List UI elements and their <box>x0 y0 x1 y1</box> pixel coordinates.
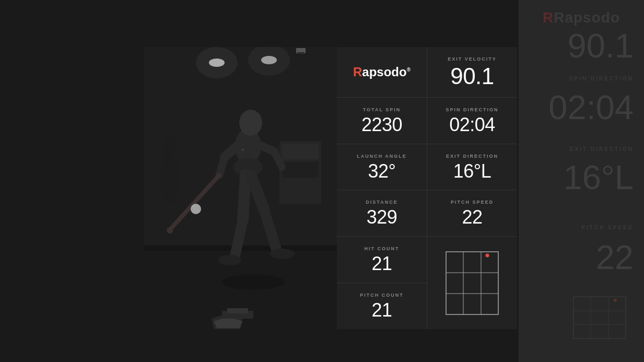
pitch-count-cell: PITCH COUNT 21 <box>337 283 427 329</box>
distance-label: DISTANCE <box>366 200 397 205</box>
exit-velocity-label: EXIT VELOCITY <box>448 56 497 62</box>
distance-value: 329 <box>367 208 397 227</box>
svg-rect-13 <box>282 144 319 159</box>
bg-logo: RRapsodo <box>519 9 644 26</box>
bg-pitch-speed-value: 22 <box>596 238 634 277</box>
bg-exit-velocity-value: 90.1 <box>567 26 634 65</box>
svg-line-23 <box>219 157 225 175</box>
svg-point-36 <box>191 204 201 214</box>
court-diagram <box>443 249 501 317</box>
exit-velocity-value: 90.1 <box>450 65 494 88</box>
pitch-count-label: PITCH COUNT <box>360 293 404 298</box>
bg-pitch-speed-label: PITCH SPEED <box>581 225 634 230</box>
total-spin-label: TOTAL SPIN <box>363 107 401 112</box>
video-area: ● <box>144 47 337 329</box>
bg-exit-velocity: 90.1 <box>567 26 634 65</box>
svg-rect-14 <box>282 162 319 178</box>
court-diagram-cell <box>427 237 517 329</box>
pitch-speed-cell: PITCH SPEED 22 <box>427 190 517 236</box>
svg-point-34 <box>270 249 295 259</box>
launch-angle-value: 32° <box>368 162 396 181</box>
logo-r: R <box>353 65 362 79</box>
logo-trademark: ® <box>407 67 411 73</box>
launch-angle-cell: LAUNCH ANGLE 32° <box>337 144 427 190</box>
rapsodo-logo: Rapsodo® <box>353 65 411 79</box>
distance-cell: DISTANCE 329 <box>337 190 427 236</box>
bg-court-diagram <box>571 294 628 341</box>
exit-direction-cell: EXIT DIRECTION 16°L <box>427 144 517 190</box>
bg-logo-r: R <box>543 9 554 26</box>
svg-point-9 <box>196 47 238 78</box>
bg-spin-value: 02:04 <box>548 88 634 127</box>
background-right-panel: RRapsodo 90.1 SPIN DIRECTION 02:04 EXIT … <box>519 0 644 362</box>
svg-rect-19 <box>227 308 248 313</box>
logo-text: apsodo <box>362 65 406 79</box>
spin-direction-cell: SPIN DIRECTION 02:04 <box>427 98 517 144</box>
svg-point-27 <box>167 227 173 233</box>
gym-scene: ● <box>144 47 337 329</box>
bg-exit-dir-value: 16°L <box>564 158 634 197</box>
pitch-speed-label: PITCH SPEED <box>451 200 494 205</box>
total-spin-cell: TOTAL SPIN 2230 <box>337 98 427 144</box>
minimize-button[interactable]: — <box>296 48 306 53</box>
exit-direction-label: EXIT DIRECTION <box>446 154 498 159</box>
svg-point-38 <box>162 137 177 156</box>
spin-direction-value: 02:04 <box>449 115 495 134</box>
svg-point-5 <box>614 299 617 302</box>
svg-point-39 <box>222 274 285 290</box>
launch-angle-label: LAUNCH ANGLE <box>357 154 407 159</box>
total-spin-value: 2230 <box>361 115 402 134</box>
svg-line-29 <box>243 175 245 219</box>
svg-point-31 <box>218 255 241 265</box>
svg-point-45 <box>486 253 489 257</box>
spin-direction-label: SPIN DIRECTION <box>446 107 498 112</box>
bg-exit-dir-label: EXIT DIRECTION <box>570 146 634 152</box>
exit-direction-value: 16°L <box>453 162 491 181</box>
logo-cell: Rapsodo® <box>337 47 427 97</box>
bg-spin-label: SPIN DIRECTION <box>569 76 634 81</box>
hit-count-label: HIT COUNT <box>365 246 400 251</box>
pitch-count-value: 21 <box>371 301 392 320</box>
svg-point-37 <box>160 151 179 204</box>
svg-rect-40 <box>446 252 498 314</box>
svg-point-21 <box>239 110 262 136</box>
pitch-speed-value: 22 <box>462 208 482 227</box>
hit-count-value: 21 <box>371 254 392 273</box>
svg-text:●: ● <box>241 146 245 153</box>
exit-velocity-cell: EXIT VELOCITY 90.1 <box>427 47 517 97</box>
hit-count-cell: HIT COUNT 21 <box>337 237 427 283</box>
stats-panel: Rapsodo® EXIT VELOCITY 90.1 TOTAL SPIN 2… <box>337 47 517 329</box>
svg-rect-0 <box>573 297 626 338</box>
